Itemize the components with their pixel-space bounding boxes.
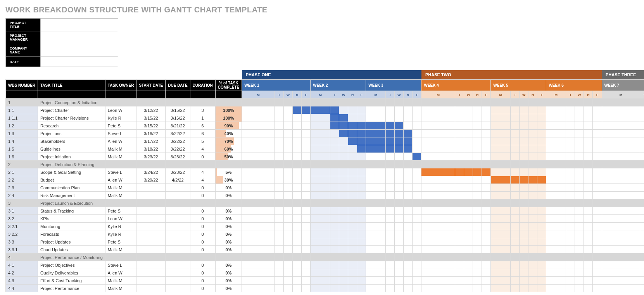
- gantt-cell[interactable]: [640, 145, 644, 153]
- gantt-cell[interactable]: [404, 137, 413, 145]
- gantt-cell[interactable]: [528, 99, 537, 106]
- task-title-cell[interactable]: Status & Tracking: [38, 207, 105, 215]
- gantt-cell[interactable]: [421, 184, 455, 192]
- wbs-cell[interactable]: 3.3.1: [6, 246, 38, 254]
- gantt-cell[interactable]: [482, 176, 491, 184]
- gantt-cell[interactable]: [511, 145, 520, 153]
- gantt-cell[interactable]: [413, 238, 421, 246]
- gantt-cell[interactable]: [395, 184, 404, 192]
- gantt-cell[interactable]: [640, 207, 644, 215]
- gantt-cell[interactable]: [511, 277, 520, 285]
- gantt-cell[interactable]: [520, 261, 528, 269]
- gantt-cell[interactable]: [275, 114, 284, 122]
- gantt-cell[interactable]: [511, 168, 520, 176]
- gantt-cell[interactable]: [593, 106, 602, 114]
- gantt-cell[interactable]: [464, 161, 473, 168]
- gantt-cell[interactable]: [520, 238, 528, 246]
- gantt-cell[interactable]: [575, 215, 584, 223]
- gantt-cell[interactable]: [366, 137, 386, 145]
- task-title-cell[interactable]: Monitoring: [38, 223, 105, 230]
- due-date-cell[interactable]: [166, 215, 190, 223]
- gantt-cell[interactable]: [473, 122, 482, 130]
- gantt-cell[interactable]: [491, 254, 511, 261]
- pct-complete-cell[interactable]: 0%: [215, 192, 242, 199]
- gantt-cell[interactable]: [366, 153, 386, 161]
- gantt-cell[interactable]: [566, 153, 575, 161]
- gantt-cell[interactable]: [421, 261, 455, 269]
- gantt-cell[interactable]: [284, 184, 293, 192]
- gantt-cell[interactable]: [348, 192, 357, 199]
- gantt-cell[interactable]: [575, 285, 584, 292]
- gantt-cell[interactable]: [395, 114, 404, 122]
- gantt-cell[interactable]: [339, 277, 348, 285]
- gantt-cell[interactable]: [546, 230, 566, 238]
- gantt-cell[interactable]: [640, 199, 644, 207]
- gantt-cell[interactable]: [584, 114, 593, 122]
- gantt-cell[interactable]: [404, 184, 413, 192]
- gantt-cell[interactable]: [357, 246, 366, 254]
- start-date-cell[interactable]: 3/23/22: [136, 153, 166, 161]
- gantt-cell[interactable]: [357, 207, 366, 215]
- gantt-cell[interactable]: [311, 285, 330, 292]
- gantt-cell[interactable]: [395, 168, 404, 176]
- gantt-cell[interactable]: [593, 199, 602, 207]
- gantt-cell[interactable]: [293, 153, 302, 161]
- gantt-cell[interactable]: [640, 215, 644, 223]
- gantt-cell[interactable]: [491, 114, 511, 122]
- gantt-cell[interactable]: [575, 184, 584, 192]
- gantt-cell[interactable]: [491, 230, 511, 238]
- gantt-cell[interactable]: [404, 261, 413, 269]
- gantt-cell[interactable]: [339, 184, 348, 192]
- gantt-cell[interactable]: [395, 254, 404, 261]
- start-date-cell[interactable]: [136, 223, 166, 230]
- gantt-cell[interactable]: [293, 99, 302, 106]
- gantt-cell[interactable]: [348, 176, 357, 184]
- gantt-cell[interactable]: [537, 238, 546, 246]
- gantt-cell[interactable]: [602, 285, 640, 292]
- wbs-cell[interactable]: 1.1.1: [6, 114, 38, 122]
- gantt-cell[interactable]: [357, 130, 366, 137]
- gantt-cell[interactable]: [339, 207, 348, 215]
- gantt-cell[interactable]: [482, 230, 491, 238]
- gantt-cell[interactable]: [482, 215, 491, 223]
- gantt-cell[interactable]: [339, 145, 348, 153]
- gantt-cell[interactable]: [386, 130, 395, 137]
- due-date-cell[interactable]: [166, 223, 190, 230]
- gantt-cell[interactable]: [404, 145, 413, 153]
- gantt-cell[interactable]: [386, 285, 395, 292]
- gantt-cell[interactable]: [640, 99, 644, 106]
- gantt-cell[interactable]: [275, 122, 284, 130]
- gantt-cell[interactable]: [421, 230, 455, 238]
- pct-complete-cell[interactable]: 0%: [215, 261, 242, 269]
- start-date-cell[interactable]: [136, 230, 166, 238]
- gantt-cell[interactable]: [546, 269, 566, 277]
- gantt-cell[interactable]: [293, 246, 302, 254]
- gantt-cell[interactable]: [348, 223, 357, 230]
- gantt-cell[interactable]: [421, 122, 455, 130]
- gantt-cell[interactable]: [413, 161, 421, 168]
- duration-cell[interactable]: 0: [190, 215, 215, 223]
- gantt-cell[interactable]: [348, 269, 357, 277]
- gantt-cell[interactable]: [275, 161, 284, 168]
- gantt-cell[interactable]: [473, 277, 482, 285]
- gantt-cell[interactable]: [293, 199, 302, 207]
- gantt-cell[interactable]: [482, 145, 491, 153]
- gantt-cell[interactable]: [482, 207, 491, 215]
- gantt-cell[interactable]: [602, 192, 640, 199]
- gantt-cell[interactable]: [640, 130, 644, 137]
- gantt-cell[interactable]: [602, 122, 640, 130]
- gantt-cell[interactable]: [302, 277, 311, 285]
- gantt-cell[interactable]: [473, 223, 482, 230]
- gantt-cell[interactable]: [284, 285, 293, 292]
- gantt-cell[interactable]: [575, 114, 584, 122]
- gantt-cell[interactable]: [330, 106, 339, 114]
- gantt-cell[interactable]: [455, 137, 464, 145]
- gantt-cell[interactable]: [537, 254, 546, 261]
- owner-cell[interactable]: Pete S: [105, 122, 136, 130]
- gantt-cell[interactable]: [528, 207, 537, 215]
- gantt-cell[interactable]: [413, 153, 421, 161]
- gantt-cell[interactable]: [640, 192, 644, 199]
- gantt-cell[interactable]: [284, 207, 293, 215]
- gantt-cell[interactable]: [537, 199, 546, 207]
- gantt-cell[interactable]: [284, 230, 293, 238]
